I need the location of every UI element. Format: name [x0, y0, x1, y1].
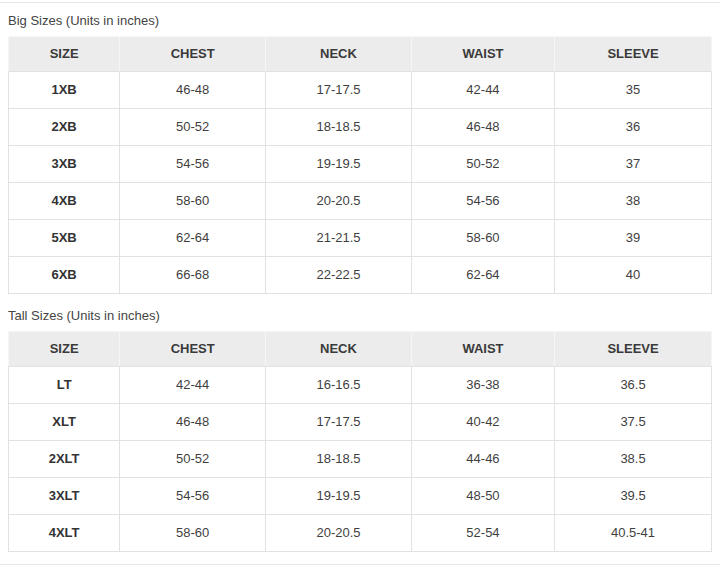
measurement-cell: 40-42 — [411, 404, 554, 441]
table-row: 1XB46-4817-17.542-4435 — [9, 72, 712, 109]
measurement-cell: 39.5 — [555, 478, 712, 515]
measurement-cell: 36-38 — [411, 367, 554, 404]
measurement-cell: 17-17.5 — [266, 404, 412, 441]
measurement-cell: 40 — [555, 257, 712, 294]
measurement-cell: 40.5-41 — [555, 515, 712, 552]
size-cell: LT — [9, 367, 120, 404]
big-sizes-section: Big Sizes (Units in inches) SIZECHESTNEC… — [8, 13, 712, 294]
column-header-waist: WAIST — [411, 37, 554, 72]
measurement-cell: 17-17.5 — [266, 72, 412, 109]
table-row: XLT46-4817-17.540-4237.5 — [9, 404, 712, 441]
big-sizes-title: Big Sizes (Units in inches) — [8, 13, 712, 29]
measurement-cell: 36.5 — [555, 367, 712, 404]
measurement-cell: 52-54 — [411, 515, 554, 552]
size-cell: 3XLT — [9, 478, 120, 515]
size-chart-page: Big Sizes (Units in inches) SIZECHESTNEC… — [0, 0, 720, 576]
top-divider — [0, 2, 720, 3]
measurement-cell: 35 — [555, 72, 712, 109]
measurement-cell: 62-64 — [120, 220, 266, 257]
table-row: 4XB58-6020-20.554-5638 — [9, 183, 712, 220]
measurement-cell: 36 — [555, 109, 712, 146]
measurement-cell: 42-44 — [120, 367, 266, 404]
measurement-cell: 37.5 — [555, 404, 712, 441]
table-row: 4XLT58-6020-20.552-5440.5-41 — [9, 515, 712, 552]
column-header-neck: NECK — [266, 332, 412, 367]
column-header-size: SIZE — [9, 37, 120, 72]
measurement-cell: 37 — [555, 146, 712, 183]
column-header-sleeve: SLEEVE — [555, 332, 712, 367]
tall-sizes-section: Tall Sizes (Units in inches) SIZECHESTNE… — [8, 308, 712, 552]
measurement-cell: 44-46 — [411, 441, 554, 478]
table-row: 6XB66-6822-22.562-6440 — [9, 257, 712, 294]
size-chart-content: Big Sizes (Units in inches) SIZECHESTNEC… — [0, 13, 720, 552]
measurement-cell: 58-60 — [120, 515, 266, 552]
size-cell: 4XB — [9, 183, 120, 220]
column-header-chest: CHEST — [120, 37, 266, 72]
measurement-cell: 54-56 — [120, 146, 266, 183]
table-row: 2XB50-5218-18.546-4836 — [9, 109, 712, 146]
measurement-cell: 19-19.5 — [266, 146, 412, 183]
table-row: 5XB62-6421-21.558-6039 — [9, 220, 712, 257]
measurement-cell: 19-19.5 — [266, 478, 412, 515]
table-row: 3XLT54-5619-19.548-5039.5 — [9, 478, 712, 515]
measurement-cell: 54-56 — [120, 478, 266, 515]
measurement-cell: 66-68 — [120, 257, 266, 294]
measurement-cell: 38 — [555, 183, 712, 220]
measurement-cell: 58-60 — [120, 183, 266, 220]
size-cell: 4XLT — [9, 515, 120, 552]
table-row: 3XB54-5619-19.550-5237 — [9, 146, 712, 183]
measurement-cell: 62-64 — [411, 257, 554, 294]
measurement-cell: 22-22.5 — [266, 257, 412, 294]
table-header-row: SIZECHESTNECKWAISTSLEEVE — [9, 37, 712, 72]
measurement-cell: 48-50 — [411, 478, 554, 515]
measurement-cell: 50-52 — [120, 441, 266, 478]
table-row: 2XLT50-5218-18.544-4638.5 — [9, 441, 712, 478]
measurement-cell: 18-18.5 — [266, 441, 412, 478]
size-cell: 1XB — [9, 72, 120, 109]
column-header-size: SIZE — [9, 332, 120, 367]
size-cell: 2XB — [9, 109, 120, 146]
size-cell: 5XB — [9, 220, 120, 257]
size-cell: 6XB — [9, 257, 120, 294]
tall-sizes-table: SIZECHESTNECKWAISTSLEEVELT42-4416-16.536… — [8, 331, 712, 552]
measurement-cell: 58-60 — [411, 220, 554, 257]
size-cell: 3XB — [9, 146, 120, 183]
column-header-neck: NECK — [266, 37, 412, 72]
column-header-waist: WAIST — [411, 332, 554, 367]
bottom-divider — [0, 564, 720, 565]
measurement-cell: 46-48 — [120, 404, 266, 441]
table-header-row: SIZECHESTNECKWAISTSLEEVE — [9, 332, 712, 367]
measurement-cell: 46-48 — [411, 109, 554, 146]
measurement-cell: 54-56 — [411, 183, 554, 220]
measurement-cell: 20-20.5 — [266, 515, 412, 552]
measurement-cell: 46-48 — [120, 72, 266, 109]
measurement-cell: 21-21.5 — [266, 220, 412, 257]
size-cell: 2XLT — [9, 441, 120, 478]
measurement-cell: 38.5 — [555, 441, 712, 478]
measurement-cell: 42-44 — [411, 72, 554, 109]
column-header-chest: CHEST — [120, 332, 266, 367]
tall-sizes-title: Tall Sizes (Units in inches) — [8, 308, 712, 324]
measurement-cell: 39 — [555, 220, 712, 257]
size-cell: XLT — [9, 404, 120, 441]
measurement-cell: 16-16.5 — [266, 367, 412, 404]
table-row: LT42-4416-16.536-3836.5 — [9, 367, 712, 404]
measurement-cell: 50-52 — [411, 146, 554, 183]
measurement-cell: 18-18.5 — [266, 109, 412, 146]
column-header-sleeve: SLEEVE — [555, 37, 712, 72]
big-sizes-table: SIZECHESTNECKWAISTSLEEVE1XB46-4817-17.54… — [8, 36, 712, 294]
measurement-cell: 50-52 — [120, 109, 266, 146]
measurement-cell: 20-20.5 — [266, 183, 412, 220]
